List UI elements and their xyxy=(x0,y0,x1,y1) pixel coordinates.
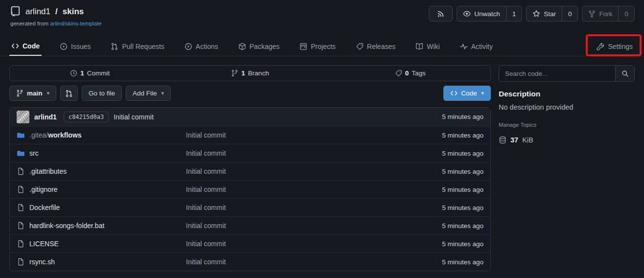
row-commit-message[interactable]: Initial commit xyxy=(186,149,405,157)
row-commit-message[interactable]: Initial commit xyxy=(186,167,405,175)
fork-count[interactable]: 0 xyxy=(618,6,634,21)
branch-icon xyxy=(16,90,23,97)
tab-pull-requests[interactable]: Pull Requests xyxy=(109,37,166,56)
branches-stat[interactable]: 1 Branch xyxy=(170,66,330,81)
search-button[interactable] xyxy=(615,66,634,81)
commit-time: 5 minutes ago xyxy=(405,113,483,120)
compare-button[interactable] xyxy=(60,86,78,101)
tab-releases[interactable]: Releases xyxy=(354,37,397,56)
tab-activity[interactable]: Activity xyxy=(458,37,495,56)
branch-selector[interactable]: main ▾ xyxy=(9,86,56,101)
branch-icon xyxy=(231,70,238,77)
avatar[interactable] xyxy=(17,111,29,123)
caret-down-icon: ▾ xyxy=(481,90,484,96)
commit-message-link[interactable]: Initial commit xyxy=(114,113,154,121)
template-repo-link[interactable]: arlind/skins-template xyxy=(50,21,101,26)
row-time: 5 minutes ago xyxy=(405,222,483,230)
commits-stat[interactable]: 1 Commit xyxy=(10,66,170,81)
latest-commit-row: arlind1 c84215d0a3 Initial commit 5 minu… xyxy=(10,108,490,126)
code-icon xyxy=(450,90,458,97)
tab-actions[interactable]: Actions xyxy=(183,37,220,56)
code-download-button[interactable]: Code ▾ xyxy=(443,86,491,101)
description-text: No description provided xyxy=(499,103,635,111)
rss-button[interactable] xyxy=(429,6,453,22)
repo-size: 37 KiB xyxy=(499,136,635,144)
issue-icon xyxy=(60,43,68,50)
tab-wiki[interactable]: Wiki xyxy=(414,37,441,56)
star-icon xyxy=(532,10,540,18)
commit-author-link[interactable]: arlind1 xyxy=(34,113,57,121)
row-commit-message[interactable]: Initial commit xyxy=(186,185,405,193)
row-commit-message[interactable]: Initial commit xyxy=(186,222,405,230)
file-link[interactable]: src xyxy=(29,149,39,157)
row-time: 5 minutes ago xyxy=(405,132,483,139)
fork-icon xyxy=(588,10,596,18)
file-link[interactable]: Dockerfile xyxy=(29,204,60,211)
file-icon xyxy=(17,204,24,211)
add-file-button[interactable]: Add File ▾ xyxy=(126,86,171,101)
file-icon xyxy=(17,240,24,248)
fork-button-group: Fork 0 xyxy=(582,6,635,22)
code-search xyxy=(499,65,635,82)
go-to-file-button[interactable]: Go to file xyxy=(82,86,122,101)
watch-count[interactable]: 1 xyxy=(506,6,522,21)
row-time: 5 minutes ago xyxy=(405,258,483,266)
repo-header: arlind1 / skins generated from arlind/sk… xyxy=(0,0,644,37)
table-row[interactable]: LICENSE Initial commit 5 minutes ago xyxy=(10,234,490,253)
star-button[interactable]: Star xyxy=(527,6,562,21)
repo-action-buttons: Unwatch 1 Star 0 Fork 0 xyxy=(429,6,635,22)
tab-code[interactable]: Code xyxy=(9,37,42,56)
row-time: 5 minutes ago xyxy=(405,168,483,175)
caret-down-icon: ▾ xyxy=(161,90,164,96)
file-icon xyxy=(17,167,24,175)
code-icon xyxy=(11,42,19,50)
clock-icon xyxy=(70,70,77,77)
file-link[interactable]: .gitea/workflows xyxy=(29,131,82,139)
unwatch-button[interactable]: Unwatch xyxy=(457,6,506,21)
file-link[interactable]: LICENSE xyxy=(29,240,59,248)
repo-title-separator: / xyxy=(55,7,58,17)
file-link[interactable]: .gitattributes xyxy=(29,167,67,175)
file-icon xyxy=(17,185,24,193)
table-row[interactable]: .gitattributes Initial commit 5 minutes … xyxy=(10,162,490,180)
table-row[interactable]: .gitea/workflows Initial commit 5 minute… xyxy=(10,126,490,144)
tab-settings[interactable]: Settings xyxy=(595,43,635,50)
repo-sidebar: Description No description provided Mana… xyxy=(499,65,635,271)
row-commit-message[interactable]: Initial commit xyxy=(186,204,405,211)
repo-name-link[interactable]: skins xyxy=(63,7,84,17)
row-commit-message[interactable]: Initial commit xyxy=(186,258,405,266)
file-link[interactable]: .gitignore xyxy=(29,185,58,193)
repo-stats-bar: 1 Commit 1 Branch 0 Tags xyxy=(9,65,491,81)
row-time: 5 minutes ago xyxy=(405,204,483,211)
repo-owner-link[interactable]: arlind1 xyxy=(25,7,50,17)
tab-packages[interactable]: Packages xyxy=(236,37,281,56)
row-commit-message[interactable]: Initial commit xyxy=(186,131,405,139)
row-time: 5 minutes ago xyxy=(405,186,483,193)
rss-icon xyxy=(437,10,444,18)
play-circle-icon xyxy=(184,43,192,50)
search-input[interactable] xyxy=(499,66,615,81)
file-link[interactable]: rsync.sh xyxy=(29,258,55,266)
table-row[interactable]: src Initial commit 5 minutes ago xyxy=(10,144,490,162)
table-row[interactable]: rsync.sh Initial commit 5 minutes ago xyxy=(10,253,490,271)
star-count[interactable]: 0 xyxy=(562,6,578,21)
table-row[interactable]: Dockerfile Initial commit 5 minutes ago xyxy=(10,198,490,216)
description-heading: Description xyxy=(499,90,635,98)
tab-projects[interactable]: Projects xyxy=(298,37,338,56)
watch-button-group: Unwatch 1 xyxy=(457,6,522,22)
table-row[interactable]: hardlink-songs-folder.bat Initial commit… xyxy=(10,216,490,234)
package-icon xyxy=(238,43,246,50)
file-icon xyxy=(17,258,24,266)
commit-hash-badge[interactable]: c84215d0a3 xyxy=(64,112,109,122)
row-commit-message[interactable]: Initial commit xyxy=(186,240,405,248)
book-icon xyxy=(415,43,423,50)
row-time: 5 minutes ago xyxy=(405,240,483,248)
search-icon xyxy=(621,70,629,77)
tab-issues[interactable]: Issues xyxy=(58,37,92,56)
manage-topics-link[interactable]: Manage Topics xyxy=(499,122,536,128)
file-link[interactable]: hardlink-songs-folder.bat xyxy=(29,222,104,230)
table-row[interactable]: .gitignore Initial commit 5 minutes ago xyxy=(10,180,490,198)
project-board-icon xyxy=(299,43,307,50)
tags-stat[interactable]: 0 Tags xyxy=(330,66,490,81)
fork-button[interactable]: Fork xyxy=(582,6,618,21)
